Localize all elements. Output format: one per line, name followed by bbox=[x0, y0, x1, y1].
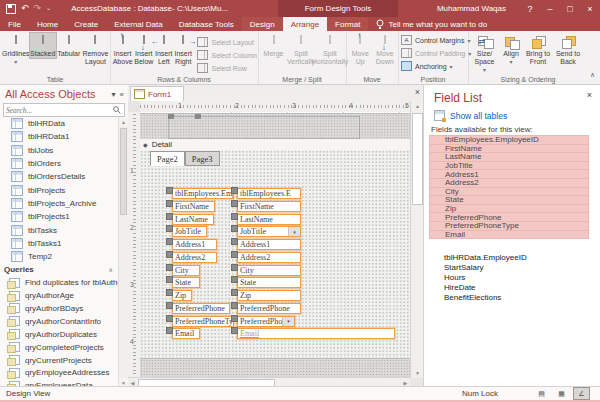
tab-database-tools[interactable]: Database Tools bbox=[171, 17, 242, 31]
control-padding-button[interactable]: Control Padding▾ bbox=[401, 47, 468, 59]
gridlines-button[interactable]: Gridlines▾ bbox=[2, 33, 30, 66]
field-list-item[interactable]: Hours bbox=[429, 272, 589, 282]
insert-above-button[interactable]: ↑ Insert Above bbox=[112, 33, 133, 66]
v-scrollbar-thumb[interactable] bbox=[412, 113, 423, 205]
show-all-tables-link[interactable]: Show all tables bbox=[434, 110, 507, 121]
tab-create[interactable]: Create bbox=[66, 17, 106, 31]
form-textbox-control[interactable]: LastName bbox=[237, 214, 301, 225]
form-label-control[interactable]: PreferredPhoneTyp bbox=[172, 316, 234, 327]
form-label-control[interactable]: Address1 bbox=[172, 239, 217, 250]
form-label-control[interactable]: Address2 bbox=[172, 252, 217, 263]
tab-format[interactable]: Format bbox=[327, 17, 368, 31]
search-input[interactable] bbox=[4, 106, 113, 115]
form-textbox-control[interactable]: Address1 bbox=[237, 239, 301, 250]
tab-external-data[interactable]: External Data bbox=[106, 17, 170, 31]
save-icon[interactable] bbox=[6, 4, 16, 14]
nav-search-box[interactable] bbox=[3, 103, 125, 117]
nav-table-item[interactable]: tblTasks1 bbox=[0, 237, 119, 250]
form-textbox-control[interactable]: Zip bbox=[237, 290, 301, 301]
form-textbox-control[interactable]: tblEmployees.E bbox=[237, 188, 301, 199]
nav-query-item[interactable]: Find duplicates for tblAuthors bbox=[0, 276, 119, 289]
form-textbox-control[interactable]: JobTitle ▾ bbox=[237, 226, 301, 237]
form-textbox-control[interactable]: City bbox=[237, 265, 301, 276]
nav-table-item[interactable]: tblProjects1 bbox=[0, 210, 119, 223]
nav-table-item[interactable]: tblHRData1 bbox=[0, 130, 119, 143]
align-button[interactable]: Align▾ bbox=[499, 33, 523, 66]
scroll-up-icon[interactable]: ▲ bbox=[119, 117, 128, 126]
design-surface[interactable]: ◆ Detail Page2Page3 tblEmployees.Emp bbox=[140, 112, 410, 378]
tab-home[interactable]: Home bbox=[29, 17, 66, 31]
form-label-control[interactable]: LastName bbox=[172, 214, 214, 225]
layout-view-button[interactable]: ▦ bbox=[553, 387, 570, 400]
tell-me-box[interactable]: Tell me what you want to do bbox=[368, 17, 495, 31]
stacked-button[interactable]: Stacked bbox=[30, 33, 56, 58]
control-margins-button[interactable]: AControl Margins▾ bbox=[401, 34, 468, 46]
detail-section-grid[interactable]: Page2Page3 tblEmployees.Emp tblEmployees… bbox=[140, 150, 410, 358]
nav-menu-caret-icon[interactable]: ▾ bbox=[112, 90, 116, 99]
form-label-control[interactable]: JobTitle bbox=[172, 226, 207, 237]
remove-layout-button[interactable]: Remove Layout bbox=[82, 33, 109, 66]
page-tab[interactable]: Page2 bbox=[150, 151, 185, 166]
nav-query-item[interactable]: qryEmployeeAddresses bbox=[0, 367, 119, 380]
page-tab[interactable]: Page3 bbox=[185, 151, 220, 166]
nav-scrollbar-thumb[interactable] bbox=[120, 128, 127, 215]
combo-dropdown-icon[interactable]: ▾ bbox=[282, 317, 294, 326]
account-name[interactable]: Muhammad Waqas bbox=[437, 4, 506, 13]
form-textbox-control[interactable]: FirstName bbox=[237, 201, 301, 212]
tab-arrange[interactable]: Arrange bbox=[283, 17, 327, 31]
field-list-item[interactable]: Email bbox=[429, 230, 589, 240]
customize-qat-icon[interactable]: ⌄ bbox=[46, 4, 51, 13]
document-tab-form1[interactable]: Form1 bbox=[130, 86, 184, 101]
nav-scrollbar[interactable]: ▲ ▼ bbox=[118, 117, 128, 387]
split-horizontally-button[interactable]: Split Horizontally bbox=[315, 33, 345, 66]
nav-table-item[interactable]: tblProjects bbox=[0, 183, 119, 196]
form-label-control[interactable]: tblEmployees.Emp bbox=[172, 188, 234, 199]
nav-table-item[interactable]: tblTasks bbox=[0, 223, 119, 236]
minimize-icon[interactable]: – bbox=[540, 0, 560, 17]
insert-left-button[interactable]: ← Insert Left bbox=[154, 33, 173, 66]
form-label-control[interactable]: State bbox=[172, 277, 200, 288]
select-row-button[interactable]: Select Row bbox=[197, 62, 257, 74]
form-label-control[interactable]: Zip bbox=[172, 290, 192, 301]
form-footer-grid[interactable] bbox=[140, 358, 410, 378]
anchoring-button[interactable]: Anchoring▾ bbox=[401, 60, 468, 72]
nav-table-item[interactable]: tblHRData bbox=[0, 117, 119, 130]
shutter-bar-close-icon[interactable]: « bbox=[120, 90, 124, 99]
group-collapse-icon[interactable]: ∧ bbox=[109, 266, 113, 273]
merge-button[interactable]: Merge bbox=[260, 33, 287, 58]
combo-dropdown-icon[interactable]: ▾ bbox=[288, 227, 300, 236]
design-view-button[interactable]: ∠ bbox=[573, 387, 590, 400]
nav-query-item[interactable]: qryAuthorBDays bbox=[0, 302, 119, 315]
help-icon[interactable]: ? bbox=[520, 0, 540, 17]
select-layout-button[interactable]: Select Layout bbox=[197, 36, 257, 48]
nav-pane-header[interactable]: All Access Objects ▾ « bbox=[0, 85, 128, 102]
document-vertical-scrollbar[interactable]: ▲ ▼ bbox=[410, 101, 424, 378]
field-list-item[interactable]: BenefitElections bbox=[429, 292, 589, 302]
nav-group-queries[interactable]: Queries ∧ bbox=[0, 263, 119, 276]
collapse-ribbon-icon[interactable]: ∧ bbox=[590, 71, 595, 79]
select-column-button[interactable]: Select Column bbox=[197, 49, 257, 61]
field-list-item[interactable]: tblHRData.EmployeeID bbox=[429, 252, 589, 262]
form-textbox-control[interactable]: Address2 bbox=[237, 252, 301, 263]
nav-query-item[interactable]: qryAuthorAge bbox=[0, 289, 119, 302]
nav-table-item[interactable]: tblJobs bbox=[0, 144, 119, 157]
nav-query-item[interactable]: qryAuthorDuplicates bbox=[0, 328, 119, 341]
tabular-button[interactable]: Tabular bbox=[56, 33, 82, 58]
field-list-item[interactable]: HireDate bbox=[429, 282, 589, 292]
form-label-control[interactable]: Email bbox=[172, 328, 200, 339]
form-textbox-control[interactable]: State bbox=[237, 277, 301, 288]
field-list-item[interactable]: StartSalary bbox=[429, 262, 589, 272]
form-view-button[interactable]: ▤ bbox=[533, 387, 550, 400]
form-textbox-control[interactable]: PreferredPho ▾ bbox=[237, 316, 295, 327]
nav-table-item[interactable]: tblOrdersDetails bbox=[0, 170, 119, 183]
nav-query-item[interactable]: qryCompletedProjects bbox=[0, 341, 119, 354]
bring-to-front-button[interactable]: Bring to Front bbox=[523, 33, 553, 66]
nav-table-item[interactable]: Temp2 bbox=[0, 250, 119, 263]
send-to-back-button[interactable]: Send to Back bbox=[553, 33, 583, 66]
maximize-icon[interactable]: □ bbox=[560, 0, 580, 17]
undo-icon[interactable]: ↶ bbox=[21, 4, 29, 13]
form-textbox-control[interactable]: PreferredPhone bbox=[237, 303, 301, 314]
field-list-close-icon[interactable]: × bbox=[587, 90, 592, 100]
form-label-control[interactable]: PreferredPhone bbox=[172, 303, 230, 314]
nav-table-item[interactable]: tblProjects_Archive bbox=[0, 197, 119, 210]
